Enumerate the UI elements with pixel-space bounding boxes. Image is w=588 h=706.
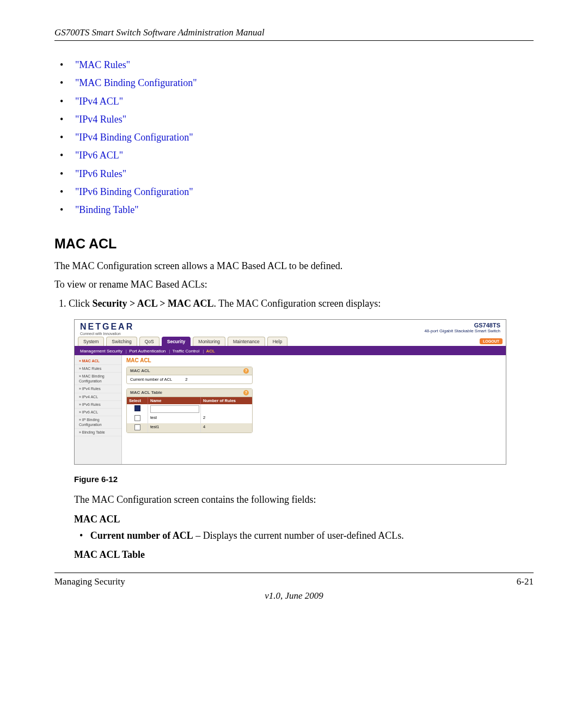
row-checkbox[interactable] bbox=[134, 415, 140, 421]
sidenav-mac-binding[interactable]: » MAC Binding Configuration bbox=[75, 373, 121, 385]
th-rules: Number of Rules bbox=[201, 397, 252, 404]
sidenav-ipv4-acl[interactable]: » IPv4 ACL bbox=[75, 393, 121, 401]
tab-switching[interactable]: Switching bbox=[106, 337, 137, 346]
after-figure-text: The MAC Configuration screen contains th… bbox=[74, 491, 534, 508]
step-1: Click Security > ACL > MAC ACL. The MAC … bbox=[69, 296, 534, 312]
sidenav-ipv6-rules[interactable]: » IPv6 Rules bbox=[75, 401, 121, 409]
table-row: test 2 bbox=[127, 414, 252, 423]
toc-link-ipv4-binding[interactable]: "IPv4 Binding Configuration" bbox=[75, 132, 193, 143]
sidenav-mac-rules[interactable]: » MAC Rules bbox=[75, 365, 121, 373]
toc-link-ipv6-acl[interactable]: "IPv6 ACL" bbox=[75, 150, 123, 161]
sidenav-binding-table[interactable]: » Binding Table bbox=[75, 429, 121, 436]
table-input-row bbox=[127, 404, 252, 414]
sub-heading-mac-acl: MAC ACL bbox=[74, 514, 534, 525]
current-acl-label: Current number of ACL bbox=[130, 377, 172, 382]
select-all-checkbox[interactable] bbox=[134, 405, 140, 411]
step1-prefix: Click bbox=[69, 298, 93, 309]
tab-system[interactable]: System bbox=[78, 337, 104, 346]
toc-link-ipv4-acl[interactable]: "IPv4 ACL" bbox=[75, 96, 123, 107]
field1-label: Current number of ACL bbox=[90, 530, 193, 541]
tab-security[interactable]: Security bbox=[162, 337, 191, 346]
sidenav-ipv4-rules[interactable]: » IPv4 Rules bbox=[75, 385, 121, 393]
panel-mac-acl-table: MAC ACL Table ? Select Name Number of Ru… bbox=[126, 388, 253, 433]
toc-link-mac-binding[interactable]: "MAC Binding Configuration" bbox=[75, 77, 197, 88]
row-rules: 2 bbox=[201, 414, 252, 423]
tab-help[interactable]: Help bbox=[267, 337, 287, 346]
toc-link-ipv6-binding[interactable]: "IPv6 Binding Configuration" bbox=[75, 186, 193, 197]
current-acl-value: 2 bbox=[185, 377, 187, 382]
subnav-mgmt-sec[interactable]: Management Security bbox=[80, 349, 122, 354]
field-desc-row: • Current number of ACL – Displays the c… bbox=[79, 527, 534, 544]
page-header: GS700TS Smart Switch Software Administra… bbox=[54, 27, 265, 38]
table-row: test1 4 bbox=[127, 423, 252, 433]
brand-logo: NETGEAR bbox=[80, 322, 134, 332]
row-checkbox[interactable] bbox=[134, 424, 140, 430]
side-nav: » MAC ACL » MAC Rules » MAC Binding Conf… bbox=[75, 355, 122, 464]
toc-link-ipv4-rules[interactable]: "IPv4 Rules" bbox=[75, 114, 126, 125]
toc-list: "MAC Rules" "MAC Binding Configuration" … bbox=[60, 56, 534, 220]
row-rules: 4 bbox=[201, 423, 252, 433]
subnav-acl[interactable]: ACL bbox=[206, 349, 215, 354]
th-name: Name bbox=[148, 397, 201, 404]
sidenav-ipv6-acl[interactable]: » IPv6 ACL bbox=[75, 409, 121, 416]
intro-text: The MAC Configuration screen allows a MA… bbox=[54, 258, 534, 274]
info-icon[interactable]: ? bbox=[243, 368, 249, 374]
footer-version: v1.0, June 2009 bbox=[54, 591, 534, 601]
main-panel-title: MAC ACL bbox=[122, 355, 506, 366]
row-name: test bbox=[148, 414, 201, 423]
step1-bold: Security > ACL > MAC ACL bbox=[93, 298, 214, 309]
row-name: test1 bbox=[148, 423, 201, 433]
brand-tagline: Connect with Innovation bbox=[80, 332, 134, 336]
new-acl-name-input[interactable] bbox=[150, 405, 199, 413]
panel-mac-acl: MAC ACL ? Current number of ACL 2 bbox=[126, 367, 253, 384]
step1-suffix: . The MAC Configuration screen displays: bbox=[214, 298, 381, 309]
sub-nav-bar: Management Security| Port Authentication… bbox=[75, 347, 506, 355]
sidenav-ip-binding[interactable]: » IP Binding Configuration bbox=[75, 416, 121, 429]
field1-desc: – Displays the current number of user-de… bbox=[193, 530, 404, 541]
subnav-traffic-ctrl[interactable]: Traffic Control bbox=[172, 349, 199, 354]
sub-heading-mac-acl-table: MAC ACL Table bbox=[74, 549, 534, 561]
section-heading: MAC ACL bbox=[54, 236, 534, 252]
device-model: GS748TS bbox=[424, 322, 500, 328]
toc-link-ipv6-rules[interactable]: "IPv6 Rules" bbox=[75, 168, 126, 179]
panel-table-title: MAC ACL Table bbox=[130, 390, 162, 395]
th-select: Select bbox=[127, 397, 148, 404]
instruction-text: To view or rename MAC Based ACLs: bbox=[54, 277, 534, 293]
toc-link-binding-table[interactable]: "Binding Table" bbox=[75, 204, 139, 215]
tab-maintenance[interactable]: Maintenance bbox=[228, 337, 265, 346]
panel-mac-acl-title: MAC ACL bbox=[130, 368, 150, 374]
info-icon[interactable]: ? bbox=[243, 390, 249, 395]
figure-caption: Figure 6-12 bbox=[74, 474, 534, 484]
footer-section: Managing Security bbox=[54, 576, 125, 587]
device-model-desc: 48-port Gigabit Stackable Smart Switch bbox=[424, 328, 500, 333]
footer-page: 6-21 bbox=[517, 576, 534, 587]
screenshot-mac-acl: NETGEAR Connect with Innovation GS748TS … bbox=[74, 319, 506, 465]
toc-link-mac-rules[interactable]: "MAC Rules" bbox=[75, 59, 130, 70]
subnav-port-auth[interactable]: Port Authentication bbox=[129, 349, 166, 354]
tab-qos[interactable]: QoS bbox=[139, 337, 160, 346]
tab-monitoring[interactable]: Monitoring bbox=[193, 337, 225, 346]
sidenav-mac-acl[interactable]: » MAC ACL bbox=[75, 357, 121, 365]
logout-button[interactable]: LOGOUT bbox=[480, 338, 503, 344]
